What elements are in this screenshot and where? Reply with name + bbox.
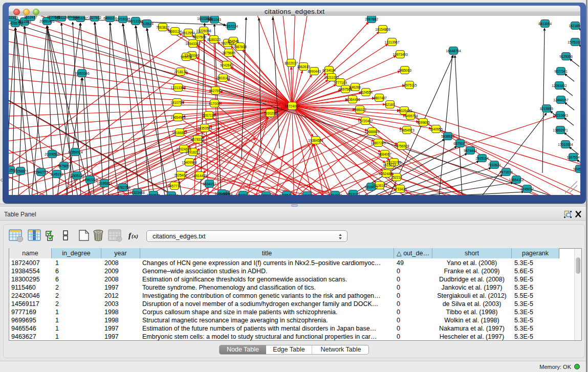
svg-text:9593103: 9593103 [346, 192, 360, 195]
svg-text:12942737: 12942737 [33, 170, 49, 174]
svg-text:16543382: 16543382 [185, 42, 201, 46]
svg-text:20053346: 20053346 [74, 72, 90, 75]
svg-text:12213967: 12213967 [384, 40, 400, 44]
svg-text:9912364: 9912364 [18, 20, 31, 24]
svg-text:9684067: 9684067 [378, 152, 391, 156]
svg-text:8912954: 8912954 [182, 31, 195, 35]
svg-text:417006: 417006 [209, 102, 220, 105]
svg-text:15720407: 15720407 [358, 119, 373, 123]
svg-text:8112437: 8112437 [24, 16, 37, 19]
svg-text:14353594: 14353594 [197, 126, 212, 130]
svg-text:993014: 993014 [181, 55, 192, 59]
svg-text:1362615: 1362615 [297, 65, 310, 69]
svg-text:6497568: 6497568 [339, 87, 352, 91]
svg-text:18807249: 18807249 [371, 141, 386, 145]
svg-text:16211022: 16211022 [324, 76, 339, 79]
svg-text:1327602: 1327602 [88, 16, 101, 19]
svg-text:17359924: 17359924 [68, 150, 83, 154]
svg-text:5938923: 5938923 [441, 135, 454, 138]
svg-text:7515524: 7515524 [140, 22, 154, 26]
svg-text:10688609: 10688609 [364, 130, 380, 134]
svg-text:1921850: 1921850 [569, 24, 580, 28]
svg-text:6120945: 6120945 [47, 16, 60, 19]
svg-text:7625402: 7625402 [174, 173, 187, 177]
svg-text:9129396: 9129396 [559, 55, 573, 58]
svg-text:62160: 62160 [385, 103, 395, 106]
svg-text:1640955: 1640955 [429, 127, 443, 131]
svg-text:8186323: 8186323 [207, 38, 221, 41]
svg-text:3875685: 3875685 [222, 51, 235, 55]
svg-text:17957223: 17957223 [82, 178, 98, 182]
svg-text:10210643: 10210643 [553, 114, 568, 117]
svg-text:19166852: 19166852 [172, 131, 187, 135]
svg-text:16648784: 16648784 [446, 49, 461, 53]
svg-text:1902315: 1902315 [9, 16, 18, 19]
svg-text:10653287: 10653287 [73, 16, 88, 20]
svg-text:9245012: 9245012 [520, 187, 534, 191]
svg-text:7632621: 7632621 [488, 163, 501, 167]
svg-text:854546: 854546 [228, 39, 239, 43]
svg-text:10025433: 10025433 [397, 109, 412, 113]
svg-text:12213383: 12213383 [170, 86, 186, 90]
svg-text:1733426: 1733426 [394, 187, 407, 191]
svg-text:13692971: 13692971 [553, 128, 568, 132]
svg-text:19654985: 19654985 [170, 116, 186, 119]
svg-text:8660124: 8660124 [168, 30, 182, 33]
svg-text:10807487: 10807487 [372, 96, 387, 100]
svg-text:9861043: 9861043 [208, 18, 221, 21]
svg-text:7357224: 7357224 [225, 25, 238, 28]
svg-text:9975857: 9975857 [57, 164, 71, 168]
svg-text:2930203: 2930203 [264, 112, 277, 115]
svg-text:1167534: 1167534 [567, 156, 580, 159]
svg-text:10654112: 10654112 [509, 178, 524, 182]
svg-text:8123407: 8123407 [165, 194, 178, 195]
svg-text:9245082: 9245082 [573, 167, 580, 171]
svg-text:252214: 252214 [391, 176, 402, 179]
svg-text:2087682: 2087682 [365, 17, 378, 21]
svg-text:10973493: 10973493 [393, 53, 408, 56]
svg-text:2718170: 2718170 [174, 70, 187, 74]
svg-text:16154808: 16154808 [375, 28, 390, 31]
svg-text:32764835: 32764835 [214, 192, 230, 195]
svg-text:16782759: 16782759 [115, 186, 130, 189]
svg-text:16914479: 16914479 [192, 174, 207, 178]
svg-text:9777169: 9777169 [334, 81, 347, 84]
svg-text:9482615: 9482615 [147, 193, 160, 195]
svg-text:2935114: 2935114 [475, 157, 489, 160]
svg-text:90838637: 90838637 [258, 194, 274, 195]
svg-text:9474444: 9474444 [464, 149, 477, 152]
svg-text:15409948: 15409948 [182, 161, 197, 164]
svg-text:12444157: 12444157 [553, 98, 569, 102]
svg-text:5534192: 5534192 [203, 182, 216, 186]
svg-text:8990443: 8990443 [308, 70, 321, 73]
svg-text:0781618: 0781618 [329, 193, 342, 195]
svg-text:2367608: 2367608 [233, 45, 247, 49]
svg-text:12975115: 12975115 [402, 83, 417, 87]
svg-text:17010534: 17010534 [558, 143, 573, 146]
svg-text:7485063: 7485063 [398, 69, 411, 72]
svg-text:21364436: 21364436 [345, 98, 360, 101]
svg-text:6466102: 6466102 [103, 16, 117, 20]
svg-text:19654923: 19654923 [399, 128, 415, 132]
svg-text:6734024: 6734024 [322, 69, 336, 72]
svg-text:12505135: 12505135 [69, 174, 84, 178]
svg-text:8427552: 8427552 [209, 89, 222, 93]
svg-text:18724007: 18724007 [285, 104, 300, 108]
svg-text:1161559: 1161559 [300, 194, 314, 195]
svg-text:14136141: 14136141 [372, 184, 387, 187]
svg-text:14495794: 14495794 [403, 114, 418, 118]
svg-text:9242843: 9242843 [220, 63, 233, 67]
svg-text:20756928: 20756928 [394, 144, 409, 148]
svg-text:16120746: 16120746 [386, 161, 402, 164]
svg-text:12323448: 12323448 [129, 191, 145, 194]
svg-text:40265423: 40265423 [279, 193, 294, 195]
svg-text:11156827: 11156827 [13, 169, 28, 173]
svg-text:9227341: 9227341 [554, 70, 568, 73]
svg-text:9457771: 9457771 [168, 184, 181, 188]
svg-text:8322037: 8322037 [285, 61, 298, 65]
svg-text:8471676: 8471676 [499, 170, 513, 174]
svg-text:9600133: 9600133 [236, 193, 250, 195]
svg-text:9699695: 9699695 [417, 121, 430, 124]
svg-text:14918222: 14918222 [185, 150, 201, 154]
svg-text:8678332: 8678332 [191, 138, 204, 141]
